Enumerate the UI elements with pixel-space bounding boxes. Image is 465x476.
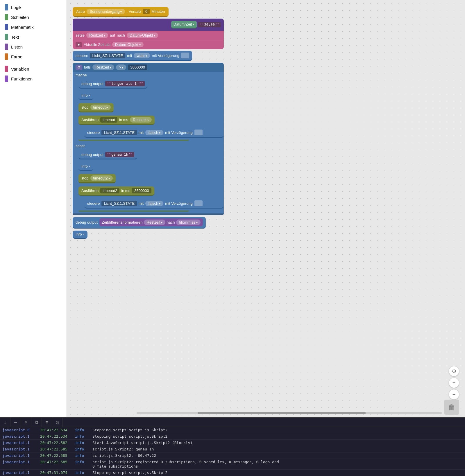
debug2-value[interactable]: ❝❝ genau 1h ❞❞ bbox=[105, 152, 134, 157]
trash-button[interactable]: 🗑 bbox=[444, 400, 459, 415]
debug2-row: debug output ❝❝ genau 1h ❞❞ bbox=[78, 150, 224, 160]
stop2-block[interactable]: stop timeout2 bbox=[78, 174, 116, 183]
debug2-block[interactable]: debug output ❝❝ genau 1h ❞❞ bbox=[78, 150, 137, 159]
astro-block-inner[interactable]: Astro Sonnenuntergang , Versatz 0 Minute… bbox=[73, 7, 169, 17]
falsch2-box[interactable]: falsch bbox=[145, 201, 163, 206]
info1-block[interactable]: Info ▾ bbox=[78, 92, 93, 100]
steuere2-row: steuere Licht_SZ:1.STATE mit falsch mit … bbox=[84, 127, 224, 138]
sidebar-item-listen[interactable]: Listen bbox=[0, 42, 67, 52]
ausfuehren1-block[interactable]: Ausführen timeout in ms Restzeit bbox=[78, 116, 155, 125]
time-value-block[interactable]: ❝❝ 20:00 ❞❞ bbox=[198, 22, 221, 27]
console-dash-button[interactable]: — bbox=[10, 418, 21, 427]
stop2-var[interactable]: timeout2 bbox=[90, 175, 113, 181]
ausfuehren2-block[interactable]: Ausführen timeout2 in ms 3600000 bbox=[78, 186, 154, 196]
steuere2-block[interactable]: steuere Licht_SZ:1.STATE mit falsch mit … bbox=[84, 128, 224, 138]
mathematik-color-icon bbox=[5, 24, 8, 30]
debug1-row: debug output ❝❝ länger als 1h ❞❞ bbox=[78, 79, 224, 89]
steuere1-block[interactable]: steuere Licht_SZ:1.STATE mit wahr mit Ve… bbox=[73, 51, 192, 61]
delay-checkbox[interactable] bbox=[181, 53, 189, 58]
delay3-checkbox[interactable] bbox=[194, 200, 203, 206]
falls-header: ⚙ falls Restzeit > 3600000 bbox=[73, 63, 224, 72]
mache-bottom-bar bbox=[78, 140, 189, 141]
setze-restzeit-outer: Datum/Zeit ❝❝ 20:00 ❞❞ setze Restzeit au… bbox=[73, 19, 224, 49]
console-area: ↓ — ✕ ⧉ ≡ ◎ javascript.0 20:47:22.534 in… bbox=[0, 417, 465, 476]
farbe-color-icon bbox=[5, 53, 8, 60]
debug1-block[interactable]: debug output ❝❝ länger als 1h ❞❞ bbox=[78, 80, 148, 89]
restzeit-ms1[interactable]: Restzeit bbox=[130, 117, 152, 123]
info2-dropdown-icon[interactable]: ▾ bbox=[89, 165, 90, 168]
dropdown-arrow-icon[interactable]: ▼ bbox=[76, 42, 82, 47]
console-clear-button[interactable]: ✕ bbox=[21, 418, 31, 427]
info-bottom-block[interactable]: Info ▾ bbox=[73, 231, 87, 239]
entity1-box[interactable]: Licht_SZ:1.STATE bbox=[90, 53, 125, 58]
debug-bottom-block[interactable]: debug output Zeitdifferenz formatieren R… bbox=[73, 217, 206, 229]
console-time: 20:47:22.582 bbox=[38, 441, 73, 445]
stop1-var[interactable]: timeout bbox=[90, 105, 111, 110]
debug1-value[interactable]: ❝❝ länger als 1h ❞❞ bbox=[105, 81, 145, 86]
info1-row: Info ▾ bbox=[78, 91, 224, 100]
versatz-value[interactable]: 0 bbox=[143, 9, 150, 14]
listen-color-icon bbox=[5, 44, 8, 50]
info2-block[interactable]: Info ▾ bbox=[78, 163, 93, 171]
sidebar-item-farbe[interactable]: Farbe bbox=[0, 52, 67, 62]
console-row: javascript.1 20:47:22.585 info script.js… bbox=[0, 459, 465, 470]
console-rows: javascript.0 20:47:22.534 info Stopping … bbox=[0, 427, 465, 476]
console-row: javascript.1 20:47:31.074 info Stopping … bbox=[0, 470, 465, 476]
falls-outer: ⚙ falls Restzeit > 3600000 mache bbox=[73, 63, 224, 215]
steuere3-row: steuere Licht_SZ:1.STATE mit falsch mit … bbox=[84, 198, 224, 209]
falsch1-box[interactable]: falsch bbox=[145, 130, 163, 135]
timeout1-var[interactable]: timeout bbox=[100, 117, 117, 123]
entity3-box[interactable]: Licht_SZ:1.STATE bbox=[101, 201, 137, 206]
console-copy-button[interactable]: ⧉ bbox=[31, 418, 42, 427]
compare-value[interactable]: 3600000 bbox=[128, 64, 147, 70]
sidebar-item-mathematik[interactable]: Mathematik bbox=[0, 22, 67, 32]
sidebar-item-text[interactable]: Text bbox=[0, 32, 67, 42]
zeitdiff-block[interactable]: Zeitdifferenz formatieren Restzeit nach … bbox=[99, 218, 203, 226]
astro-value[interactable]: Sonnenuntergang bbox=[87, 9, 125, 14]
console-level: info bbox=[73, 470, 90, 475]
restzeit-var3[interactable]: Restzeit bbox=[144, 220, 166, 225]
sidebar-label-text: Text bbox=[11, 35, 19, 39]
ms-value2[interactable]: 3600000 bbox=[132, 188, 151, 193]
steuere3-block[interactable]: steuere Licht_SZ:1.STATE mit falsch mit … bbox=[84, 199, 224, 209]
console-level: info bbox=[73, 447, 90, 451]
sidebar-item-funktionen[interactable]: Funktionen bbox=[0, 74, 67, 84]
console-level: info bbox=[73, 441, 90, 445]
info-bottom-dropdown-icon[interactable]: ▾ bbox=[83, 233, 85, 236]
console-list-button[interactable]: ≡ bbox=[42, 418, 52, 427]
scrollbar-thumb[interactable] bbox=[198, 412, 366, 414]
zoom-in-button[interactable]: + bbox=[449, 378, 459, 388]
zoom-out-button[interactable]: − bbox=[449, 389, 459, 400]
sidebar-item-logik[interactable]: Logik bbox=[0, 2, 67, 12]
sidebar-item-schleifen[interactable]: Schleifen bbox=[0, 12, 67, 22]
entity2-box[interactable]: Licht_SZ:1.STATE bbox=[101, 130, 137, 135]
datum-objekt2[interactable]: Datum-Objekt bbox=[112, 42, 144, 47]
mache-body: debug output ❝❝ länger als 1h ❞❞ bbox=[78, 78, 224, 143]
datum-objekt1[interactable]: Datum-Objekt bbox=[127, 33, 158, 38]
restzeit-var2[interactable]: Restzeit bbox=[92, 64, 114, 70]
minuten-label: Minuten bbox=[151, 9, 165, 14]
canvas-area[interactable]: Astro Sonnenuntergang , Versatz 0 Minute… bbox=[67, 0, 465, 417]
delay2-checkbox[interactable] bbox=[194, 130, 203, 135]
format-box[interactable]: hh:mm:ss bbox=[176, 220, 201, 225]
mache-label-row: mache bbox=[73, 72, 224, 78]
horizontal-scrollbar[interactable] bbox=[137, 411, 442, 415]
sidebar-label-schleifen: Schleifen bbox=[11, 15, 29, 20]
console-wifi-button[interactable]: ◎ bbox=[52, 418, 63, 427]
wahr-box[interactable]: wahr bbox=[134, 53, 150, 58]
gear-icon[interactable]: ⚙ bbox=[76, 65, 82, 70]
timeout2-var[interactable]: timeout2 bbox=[100, 188, 119, 193]
console-source: javascript.1 bbox=[0, 447, 38, 451]
op-box[interactable]: > bbox=[116, 64, 126, 70]
console-row: javascript.1 20:47:22.585 info script.js… bbox=[0, 446, 465, 452]
info1-dropdown-icon[interactable]: ▾ bbox=[89, 94, 90, 97]
zoom-controls: ⊙ + − bbox=[449, 366, 459, 400]
setze-row: setze Restzeit auf nach Datum-Objekt bbox=[73, 31, 224, 40]
restzeit-var1[interactable]: Restzeit bbox=[86, 33, 108, 38]
mache-section: mache debug output ❝❝ länger als 1h ❞❞ bbox=[73, 72, 224, 143]
console-download-button[interactable]: ↓ bbox=[0, 418, 10, 427]
datum-zeit-block[interactable]: Datum/Zeit bbox=[171, 21, 197, 28]
zoom-reset-button[interactable]: ⊙ bbox=[449, 366, 459, 376]
stop1-block[interactable]: stop timeout bbox=[78, 103, 114, 112]
sidebar-item-variablen[interactable]: Variablen bbox=[0, 64, 67, 74]
